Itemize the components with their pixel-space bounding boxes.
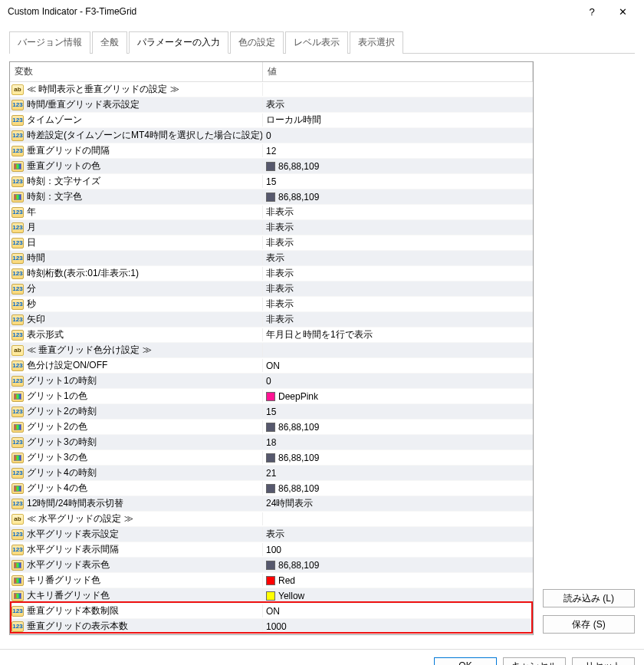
number-icon: 123 [12,176,24,187]
cell-value[interactable]: 年月日と時間を1行で表示 [263,328,533,341]
parameter-grid: 変数 値 ab≪ 時間表示と垂直グリッドの設定 ≫123時間/垂直グリッド表示設… [9,61,534,635]
cell-value[interactable]: 86,88,109 [263,192,533,202]
table-row[interactable]: 123垂直グリッドの間隔12 [10,143,533,159]
table-row[interactable]: 123日非表示 [10,235,533,251]
cell-value[interactable]: Red [263,575,533,586]
table-row[interactable]: 123時間表示 [10,251,533,266]
tab-1[interactable]: 全般 [92,31,127,54]
tab-3[interactable]: 色の設定 [230,31,284,54]
cell-value[interactable]: 表示 [263,98,533,111]
cell-value[interactable]: 非表示 [263,282,533,295]
value-text: 非表示 [266,221,294,234]
value-text: 15 [266,407,276,417]
cell-value[interactable]: 非表示 [263,206,533,219]
table-row[interactable]: 123色分け設定ON/OFFON [10,358,533,374]
cell-value[interactable]: 21 [263,468,533,479]
cell-value[interactable]: 15 [263,407,533,417]
table-row[interactable]: 123年非表示 [10,205,533,220]
cell-value[interactable]: 非表示 [263,313,533,326]
table-row[interactable]: 123グリット2の時刻15 [10,404,533,420]
ok-button[interactable]: OK [434,657,497,665]
table-row[interactable]: ab≪ 垂直グリッド色分け設定 ≫ [10,343,533,358]
cell-value[interactable]: 非表示 [263,267,533,280]
cell-value[interactable]: 86,88,109 [263,560,533,571]
tab-4[interactable]: レベル表示 [285,31,348,54]
table-row[interactable]: 123分非表示 [10,281,533,297]
table-row[interactable]: 時刻：文字色86,88,109 [10,189,533,205]
table-row[interactable]: 123垂直グリッドの表示本数1000 [10,619,533,634]
cell-value[interactable]: 12 [263,146,533,156]
table-row[interactable]: ab≪ 時間表示と垂直グリッドの設定 ≫ [10,82,533,97]
cell-value[interactable]: 1000 [263,621,533,632]
tab-5[interactable]: 表示選択 [350,31,403,54]
table-row[interactable]: 123タイムゾーンローカル時間 [10,113,533,128]
cell-value[interactable]: ON [263,360,533,371]
cell-value[interactable]: 表示 [263,252,533,265]
variable-name: グリット1の色 [27,390,87,403]
reset-button[interactable]: リセット [572,657,635,665]
close-button[interactable]: ✕ [607,0,638,23]
table-row[interactable]: 12312時間/24時間表示切替24時間表示 [10,496,533,512]
cell-variable: 123月 [10,221,263,234]
cell-value[interactable]: 24時間表示 [263,497,533,510]
cell-value[interactable]: 18 [263,437,533,448]
grid-header: 変数 値 [10,62,533,82]
table-row[interactable]: 垂直グリットの色86,88,109 [10,159,533,174]
header-value[interactable]: 値 [263,62,533,81]
cell-value[interactable]: 86,88,109 [263,483,533,494]
table-row[interactable]: 123矢印非表示 [10,312,533,328]
cancel-button[interactable]: キャンセル [503,657,566,665]
help-button[interactable]: ? [577,0,607,23]
cell-value[interactable]: Yellow [263,591,533,601]
cell-value[interactable]: ローカル時間 [263,114,533,127]
cell-value[interactable]: 0 [263,376,533,387]
cell-value[interactable]: 非表示 [263,221,533,234]
variable-name: 年 [27,206,36,219]
variable-name: グリット2の色 [27,420,87,433]
cell-value[interactable]: 表示 [263,528,533,541]
cell-value[interactable]: 15 [263,176,533,187]
table-row[interactable]: 123水平グリッド表示間隔100 [10,542,533,558]
table-row[interactable]: 123グリット1の時刻0 [10,374,533,389]
table-row[interactable]: グリット3の色86,88,109 [10,450,533,466]
cell-value[interactable]: 86,88,109 [263,161,533,172]
cell-value[interactable]: DeepPink [263,391,533,402]
tab-0[interactable]: バージョン情報 [9,31,90,54]
cell-value[interactable]: 100 [263,545,533,555]
table-row[interactable]: 水平グリッド表示色86,88,109 [10,558,533,573]
table-row[interactable]: 123時刻：文字サイズ15 [10,174,533,189]
cell-variable: ab≪ 垂直グリッド色分け設定 ≫ [10,344,263,357]
cell-value[interactable]: 86,88,109 [263,422,533,433]
table-row[interactable]: 123垂直グリッド本数制限ON [10,604,533,619]
cell-value[interactable]: 86,88,109 [263,453,533,463]
table-row[interactable]: ab≪ 水平グリッドの設定 ≫ [10,512,533,527]
cell-value[interactable]: 非表示 [263,236,533,249]
cell-value[interactable]: ON [263,606,533,617]
cell-value[interactable]: 0 [263,130,533,141]
number-icon: 123 [12,130,24,141]
value-text: 0 [266,130,271,141]
string-icon: ab [12,84,24,95]
cell-value[interactable]: 非表示 [263,298,533,311]
table-row[interactable]: グリット2の色86,88,109 [10,420,533,435]
header-variable[interactable]: 変数 [10,62,263,81]
number-icon: 123 [12,330,24,341]
tab-2[interactable]: パラメーターの入力 [129,31,228,54]
variable-name: 水平グリッド表示色 [27,558,110,571]
cell-variable: 123年 [10,206,263,219]
table-row[interactable]: グリット4の色86,88,109 [10,481,533,496]
table-row[interactable]: 123時刻桁数(表示:01/非表示:1)非表示 [10,266,533,281]
load-button[interactable]: 読み込み (L) [543,589,635,607]
table-row[interactable]: グリット1の色DeepPink [10,389,533,404]
table-row[interactable]: 123時間/垂直グリッド表示設定表示 [10,97,533,113]
table-row[interactable]: 123グリット3の時刻18 [10,435,533,450]
table-row[interactable]: 123表示形式年月日と時間を1行で表示 [10,328,533,343]
table-row[interactable]: 123グリット4の時刻21 [10,466,533,481]
table-row[interactable]: 123水平グリッド表示設定表示 [10,527,533,542]
table-row[interactable]: 大キリ番グリッド色Yellow [10,588,533,604]
table-row[interactable]: キリ番グリッド色Red [10,573,533,588]
table-row[interactable]: 123秒非表示 [10,297,533,312]
table-row[interactable]: 123月非表示 [10,220,533,235]
table-row[interactable]: 123時差設定(タイムゾーンにMT4時間を選択した場合に設定)0 [10,128,533,143]
save-button[interactable]: 保存 (S) [543,615,635,634]
